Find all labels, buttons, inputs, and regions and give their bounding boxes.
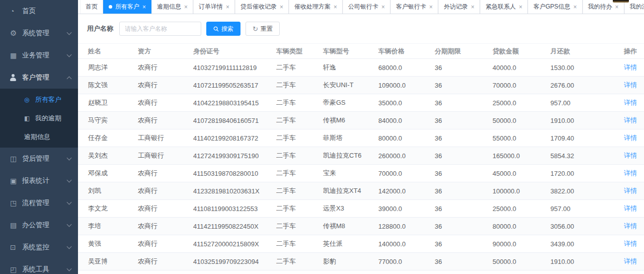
close-icon[interactable]: × (573, 4, 577, 10)
close-icon[interactable]: × (471, 4, 474, 10)
cell-vehicle-model: 帝豪GS (321, 94, 376, 112)
cell-vehicle-type: 二手车 (274, 235, 321, 253)
cell-vehicle-type: 二手车 (274, 147, 321, 165)
sidebar: 首页 系统管理 (0, 0, 78, 274)
cell-loan-amount: 25000.0 (491, 94, 548, 112)
cell-vehicle-model: 凯迪拉克XT4 (321, 182, 376, 200)
cell-name: 马守宾 (78, 112, 136, 129)
close-icon[interactable]: × (280, 4, 283, 10)
reset-button[interactable]: ↻ 重置 (246, 22, 280, 36)
close-icon[interactable]: × (429, 4, 433, 10)
tab[interactable]: 公司银行卡 × (343, 0, 390, 14)
sidebar-item[interactable]: 系统监控 (0, 236, 78, 258)
sidebar-item[interactable]: 办公管理 (0, 214, 78, 236)
table-row: 马守宾 农商行 410728198406160571 二手车 传祺M6 8400… (78, 112, 644, 129)
table-row: 吴刘杰 工商银行 412724199309175190 二手车 凯迪拉克CT6 … (78, 147, 644, 165)
chevron-down-icon (67, 200, 72, 205)
tab[interactable]: 紧急联系人 × (480, 0, 528, 14)
sidebar-subitem[interactable]: 逾期信息 (0, 127, 78, 146)
column-header: 资方 (136, 44, 191, 59)
detail-link[interactable]: 详情 (624, 222, 637, 230)
cell-loan-amount: 80000.0 (491, 218, 548, 235)
detail-link[interactable]: 详情 (624, 99, 637, 106)
sidebar-item[interactable]: 系统管理 (0, 22, 78, 44)
cell-vehicle-price: 65000.0 (376, 270, 433, 274)
column-header: 身份证号 (191, 44, 274, 59)
cell-vehicle-type: 二手车 (274, 94, 321, 112)
cell-vehicle-model: 传祺M8 (321, 218, 376, 235)
tab-label: 紧急联系人 (486, 3, 516, 11)
sidebar-item-label: 业务管理 (22, 51, 67, 60)
sidebar-item[interactable]: 流程管理 (0, 192, 78, 214)
sidebar-submenu: 所有客户 我的逾期 逾期信息 (0, 89, 78, 148)
detail-link[interactable]: 详情 (624, 169, 637, 177)
main-area: 首页 所有客户 × 逾期信息 × 订单详情 (78, 0, 644, 274)
detail-link[interactable]: 详情 (624, 134, 637, 142)
detail-link[interactable]: 详情 (624, 257, 637, 265)
tab[interactable]: 贷后催收记录 × (235, 0, 289, 14)
column-header: 月还款 (548, 44, 608, 59)
sidebar-item[interactable]: 首页 (0, 0, 78, 22)
close-icon[interactable]: × (519, 4, 522, 10)
sidebar-group: 系统工具 (0, 258, 78, 274)
tab[interactable]: 首页 (80, 0, 103, 14)
customer-name-input[interactable] (119, 22, 201, 36)
tab[interactable]: 外访记录 × (438, 0, 480, 14)
close-icon[interactable]: × (142, 4, 146, 10)
tab[interactable]: 催收处理方案 × (289, 0, 343, 14)
cell-name: 周志洋 (78, 59, 136, 77)
sidebar-item-label: 首页 (22, 7, 71, 16)
sidebar-item[interactable]: 业务管理 (0, 44, 78, 66)
cell-term: 36 (433, 147, 491, 165)
close-icon[interactable]: × (334, 4, 337, 10)
cell-funder: 工商银行 (136, 270, 191, 274)
book-icon (24, 115, 35, 122)
sidebar-subitem[interactable]: 所有客户 (0, 90, 78, 109)
detail-link[interactable]: 详情 (624, 116, 637, 124)
cell-vehicle-price: 260000.0 (376, 147, 433, 165)
sidebar-subitem[interactable]: 我的逾期 (0, 109, 78, 127)
cell-vehicle-price: 84000.0 (376, 112, 433, 129)
search-button-label: 搜索 (221, 25, 233, 33)
cell-vehicle-type: 二手车 (274, 59, 321, 77)
close-icon[interactable]: × (615, 4, 619, 10)
cell-term: 36 (433, 77, 491, 94)
tab[interactable]: 客户GPS信息 × (528, 0, 582, 14)
tab[interactable]: 所有客户 × (103, 0, 151, 14)
tab-label: 我的流程 (630, 3, 644, 11)
cell-id-number: 410728198406160571 (191, 112, 274, 129)
close-icon[interactable]: × (184, 4, 188, 10)
folder-icon (10, 221, 22, 229)
close-icon[interactable]: × (381, 4, 385, 10)
cell-term: 36 (433, 200, 491, 218)
detail-link[interactable]: 详情 (624, 63, 637, 71)
detail-link[interactable]: 详情 (624, 81, 637, 89)
sidebar-item[interactable]: 报表统计 (0, 170, 78, 192)
cell-funder: 农商行 (136, 218, 191, 235)
sidebar-item[interactable]: 贷后管理 (0, 148, 78, 170)
cell-name: 陈文强 (78, 77, 136, 94)
table-row: 周志洋 农商行 410327199111112819 二手车 轩逸 68000.… (78, 59, 644, 77)
tab[interactable]: 逾期信息 × (151, 0, 193, 14)
tab[interactable]: 客户银行卡 × (390, 0, 438, 14)
search-button[interactable]: 搜索 (206, 22, 240, 36)
cell-id-number: 411081199003122553 (191, 200, 274, 218)
sidebar-item[interactable]: 系统工具 (0, 258, 78, 274)
cell-vehicle-model: 英仕派 (321, 235, 376, 253)
dashboard-icon (10, 7, 22, 15)
sidebar-item-label: 贷后管理 (22, 154, 67, 163)
tab[interactable]: 订单详情 × (193, 0, 235, 14)
cell-term: 36 (433, 112, 491, 129)
detail-link[interactable]: 详情 (624, 152, 637, 159)
cell-id-number: 411402199208167372 (191, 129, 274, 147)
close-icon[interactable]: × (226, 4, 229, 10)
detail-link[interactable]: 详情 (624, 204, 637, 212)
cell-id-number: 410327199111112819 (191, 59, 274, 77)
detail-link[interactable]: 详情 (624, 187, 637, 194)
cell-id-number: 410325199709223094 (191, 253, 274, 270)
sidebar-item[interactable]: 客户管理 (0, 66, 78, 89)
detail-link[interactable]: 详情 (624, 240, 637, 247)
cell-vehicle-price: 77000.0 (376, 253, 433, 270)
table-row: 邓保成 农商行 411503198708280010 二手车 宝来 70000.… (78, 165, 644, 182)
cell-funder: 农商行 (136, 253, 191, 270)
